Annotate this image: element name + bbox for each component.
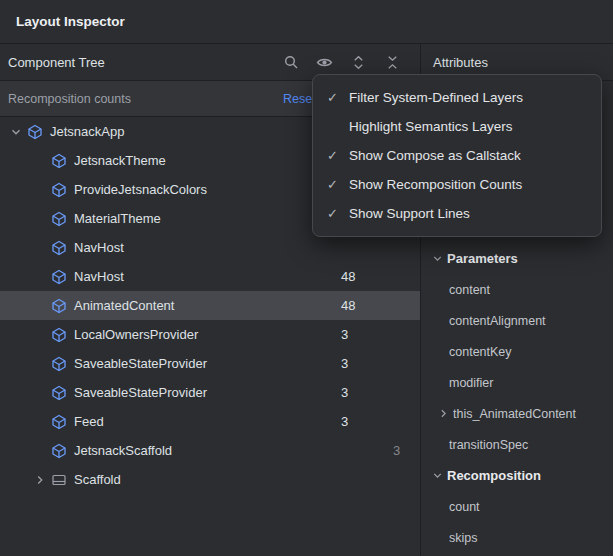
checkmark-icon: ✓ xyxy=(327,177,349,192)
tree-row-label: SaveableStateProvider xyxy=(74,385,207,400)
attr-row-contentkey[interactable]: contentKey xyxy=(421,336,613,367)
tree-row-label: ProvideJetsnackColors xyxy=(74,182,207,197)
page-title: Layout Inspector xyxy=(16,14,125,29)
compose-node-icon xyxy=(50,210,67,227)
tree-row-label: JetsnackScaffold xyxy=(74,443,172,458)
attr-label: transitionSpec xyxy=(449,438,528,452)
recomposition-count: 48 xyxy=(341,298,355,313)
search-icon[interactable] xyxy=(281,53,300,72)
menu-item-label: Highlight Semantics Layers xyxy=(349,119,513,134)
chevron-down-icon[interactable] xyxy=(6,124,26,140)
attr-row-content[interactable]: content xyxy=(421,274,613,305)
chevron-down-icon[interactable] xyxy=(427,468,447,484)
tree-row-label: JetsnackTheme xyxy=(74,153,166,168)
attr-label: skips xyxy=(449,531,477,545)
recomposition-counts-label: Recomposition counts xyxy=(8,92,131,106)
menu-item-highlight-semantics-layers[interactable]: ✓ Highlight Semantics Layers xyxy=(313,112,601,141)
menu-item-show-compose-as-callstack[interactable]: ✓ Show Compose as Callstack xyxy=(313,141,601,170)
attr-label: contentKey xyxy=(449,345,512,359)
attr-label: this_AnimatedContent xyxy=(453,407,576,421)
title-bar: Layout Inspector xyxy=(0,0,613,44)
menu-item-label: Show Compose as Callstack xyxy=(349,148,521,163)
recomposition-skips-count: 3 xyxy=(393,443,400,458)
compose-node-icon xyxy=(50,152,67,169)
checkmark-icon: ✓ xyxy=(327,90,349,105)
recomposition-count: 3 xyxy=(341,414,348,429)
compose-node-icon xyxy=(50,181,67,198)
attr-row-contentalignment[interactable]: contentAlignment xyxy=(421,305,613,336)
menu-item-filter-system-defined-layers[interactable]: ✓ Filter System-Defined Layers xyxy=(313,83,601,112)
compose-node-icon xyxy=(50,268,67,285)
section-parameters[interactable]: Parameters xyxy=(421,243,613,274)
tree-row-localownersprovider[interactable]: LocalOwnersProvider 3 xyxy=(0,320,420,349)
tree-row-saveablestateprovider-2[interactable]: SaveableStateProvider 3 xyxy=(0,378,420,407)
compose-node-icon xyxy=(26,123,43,140)
recomposition-count: 48 xyxy=(341,269,355,284)
chevron-down-icon[interactable] xyxy=(427,251,447,267)
section-recomposition[interactable]: Recomposition xyxy=(421,460,613,491)
tree-row-navhost-1[interactable]: NavHost xyxy=(0,233,420,262)
compose-node-icon xyxy=(50,326,67,343)
collapse-all-icon[interactable] xyxy=(383,53,402,72)
tree-row-label: Scaffold xyxy=(74,472,121,487)
menu-item-label: Show Recomposition Counts xyxy=(349,177,522,192)
tree-row-label: SaveableStateProvider xyxy=(74,356,207,371)
tree-row-label: MaterialTheme xyxy=(74,211,161,226)
recomposition-count: 3 xyxy=(341,356,348,371)
compose-node-icon xyxy=(50,384,67,401)
recomposition-count: 3 xyxy=(341,327,348,342)
attributes-title: Attributes xyxy=(433,55,488,70)
attr-row-skips[interactable]: skips xyxy=(421,522,613,553)
attr-row-transitionspec[interactable]: transitionSpec xyxy=(421,429,613,460)
tree-row-scaffold[interactable]: Scaffold xyxy=(0,465,420,494)
tree-row-label: JetsnackApp xyxy=(50,124,124,139)
expand-all-icon[interactable] xyxy=(349,53,368,72)
menu-item-label: Show Support Lines xyxy=(349,206,470,221)
recomposition-count: 3 xyxy=(341,385,348,400)
reset-counts-link[interactable]: Reset xyxy=(283,92,316,106)
compose-node-icon xyxy=(50,297,67,314)
view-options-eye-icon[interactable] xyxy=(315,53,334,72)
compose-node-icon xyxy=(50,355,67,372)
attr-label: count xyxy=(449,500,480,514)
view-layout-node-icon xyxy=(50,471,67,488)
attr-label: contentAlignment xyxy=(449,314,546,328)
view-options-menu: ✓ Filter System-Defined Layers ✓ Highlig… xyxy=(312,74,602,237)
section-label: Recomposition xyxy=(447,468,541,483)
attr-label: modifier xyxy=(449,376,493,390)
layout-inspector-window: Layout Inspector Component Tree xyxy=(0,0,613,556)
section-label: Parameters xyxy=(447,251,518,266)
component-tree-title: Component Tree xyxy=(8,55,105,70)
tree-row-navhost-2[interactable]: NavHost 48 xyxy=(0,262,420,291)
attr-row-count[interactable]: count xyxy=(421,491,613,522)
tree-row-animatedcontent[interactable]: AnimatedContent 48 xyxy=(0,291,420,320)
tree-row-feed[interactable]: Feed 3 xyxy=(0,407,420,436)
attr-row-this-animatedcontent[interactable]: this_AnimatedContent xyxy=(421,398,613,429)
tree-row-label: NavHost xyxy=(74,240,124,255)
tree-row-label: AnimatedContent xyxy=(74,298,174,313)
compose-node-icon xyxy=(50,413,67,430)
tree-row-saveablestateprovider-1[interactable]: SaveableStateProvider 3 xyxy=(0,349,420,378)
chevron-right-icon[interactable] xyxy=(30,472,50,488)
compose-node-icon xyxy=(50,239,67,256)
tree-row-label: Feed xyxy=(74,414,104,429)
tree-row-label: NavHost xyxy=(74,269,124,284)
checkmark-icon: ✓ xyxy=(327,148,349,163)
compose-node-icon xyxy=(50,442,67,459)
attr-label: content xyxy=(449,283,490,297)
menu-item-show-recomposition-counts[interactable]: ✓ Show Recomposition Counts xyxy=(313,170,601,199)
chevron-right-icon[interactable] xyxy=(433,406,453,422)
menu-item-label: Filter System-Defined Layers xyxy=(349,90,523,105)
attr-row-modifier[interactable]: modifier xyxy=(421,367,613,398)
tree-row-label: LocalOwnersProvider xyxy=(74,327,198,342)
menu-item-show-support-lines[interactable]: ✓ Show Support Lines xyxy=(313,199,601,228)
tree-row-jetsnackscaffold[interactable]: JetsnackScaffold 3 xyxy=(0,436,420,465)
checkmark-icon: ✓ xyxy=(327,206,349,221)
